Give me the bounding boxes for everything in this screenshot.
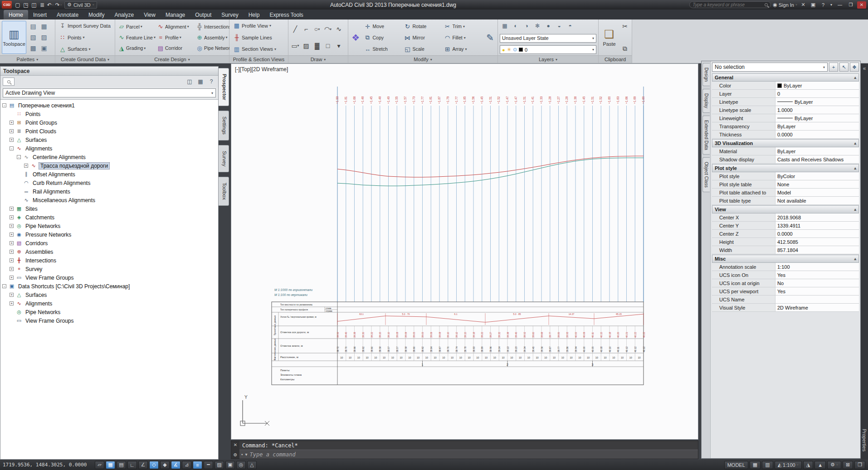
layer-isolate-button[interactable]: ◐ [511, 21, 521, 31]
property-value[interactable]: Not available [775, 197, 859, 204]
model-space-button[interactable]: MODEL [724, 461, 748, 469]
palette-edge-bar[interactable]: « Properties [861, 63, 868, 460]
clean-screen-button[interactable]: ❐ [854, 461, 865, 469]
current-layer-dropdown[interactable]: ●✳⊙0▾ [500, 45, 596, 54]
3d-osnap-toggle[interactable]: ◆ [160, 461, 170, 469]
circle-button[interactable]: ○▾ [312, 24, 322, 34]
coordinates-readout[interactable]: 1719.9536, 1484.3025, 0.0000 [3, 462, 93, 468]
assembly-button[interactable]: ⊕Assembly▾ [195, 32, 232, 43]
expand-icon[interactable]: + [10, 293, 14, 297]
undo-button[interactable]: ↶▾ [46, 1, 54, 9]
customize-icon[interactable]: ⚙ [234, 452, 238, 457]
save-button[interactable]: ◫ [30, 1, 38, 9]
annotation-scale-button[interactable]: ◭1:100▾ [775, 461, 802, 469]
tree-item-point-clouds[interactable]: +≣Point Clouds [0, 127, 218, 136]
ribbon-tab-survey[interactable]: Survey [216, 10, 243, 19]
expand-icon[interactable]: + [10, 233, 14, 237]
collapse-icon[interactable]: - [10, 146, 14, 150]
workspace-switch-button[interactable]: ⚙▾ [827, 461, 841, 469]
property-value[interactable]: 412.5085 [775, 238, 859, 246]
tree-item-pressure-networks[interactable]: +◉Pressure Networks [0, 230, 218, 239]
rectangle-button[interactable]: ▭▾ [290, 41, 300, 51]
annotation-visibility-button[interactable]: ◮ [803, 461, 813, 469]
expand-icon[interactable]: + [10, 138, 14, 142]
panel-label-modify[interactable]: Modify▾ [348, 55, 497, 63]
quick-properties-toggle[interactable]: ▣ [225, 461, 235, 469]
property-value[interactable]: 2D Wireframe [775, 304, 859, 311]
arc-button[interactable]: ◠▾ [323, 24, 333, 34]
property-value[interactable]: 2018.9068 [775, 213, 859, 221]
ribbon-tab-view[interactable]: View [139, 10, 161, 19]
expand-icon[interactable]: + [10, 301, 14, 305]
points-button[interactable]: ∷Points▾ [57, 33, 113, 43]
property-value[interactable]: Model [775, 189, 859, 196]
property-value[interactable]: None [775, 180, 859, 188]
help-icon[interactable]: ? [819, 1, 827, 9]
tree-item-pipe-networks[interactable]: +◎Pipe Networks [0, 222, 218, 230]
collapse-icon[interactable]: - [2, 103, 6, 107]
expand-icon[interactable]: + [10, 267, 14, 271]
view-mode-dropdown[interactable]: Active Drawing View ▾ [3, 88, 216, 97]
panel-label-profile-section-views[interactable]: Profile & Section Views [229, 55, 288, 63]
alignment-button[interactable]: ∿Alignment▾ [156, 21, 193, 32]
new-button[interactable]: ▢ [14, 1, 22, 9]
layer-unisolate-button[interactable]: ◑ [522, 21, 532, 31]
tree-item-points[interactable]: ∷Points [0, 110, 218, 118]
polyline-button[interactable]: ⌐ [301, 24, 311, 34]
pipe-network-button[interactable]: ◎Pipe Network▾ [195, 43, 232, 53]
ribbon-tab-analyze[interactable]: Analyze [109, 10, 139, 19]
property-value[interactable]: 1:100 [775, 263, 859, 271]
tree-item-miscellaneous-alignments[interactable]: ∿Miscellaneous Alignments [0, 196, 218, 204]
ribbon-tab-modify[interactable]: Modify [83, 10, 109, 19]
infer-constraints-toggle[interactable]: ▱ [95, 461, 104, 469]
command-input-row[interactable]: ▪ ▾ Type a command [239, 450, 698, 459]
close-icon[interactable]: ✕ [234, 442, 237, 447]
preview-toggle-icon[interactable]: ▦ [196, 77, 205, 86]
tree-item-alignments[interactable]: -∿Alignments [0, 144, 218, 153]
ortho-toggle[interactable]: ∟ [127, 461, 137, 469]
auto-hide-icon[interactable]: « [863, 65, 866, 72]
toolspace-tab-survey[interactable]: Survey [219, 145, 229, 172]
exchange-apps-icon[interactable]: ✕ [799, 1, 807, 9]
tree-item-catchments[interactable]: +◈Catchments [0, 213, 218, 222]
trim-button[interactable]: ✂Trim▾ [443, 21, 483, 32]
recent-commands-icon[interactable]: ▾ [245, 452, 248, 457]
layer-off-button[interactable]: ● [543, 21, 553, 31]
expand-icon[interactable]: + [10, 250, 14, 254]
tree-item-pipe-networks[interactable]: ◎Pipe Networks [0, 308, 218, 316]
drawing-canvas[interactable]: [-][Top][2D Wireframe] +1.93+1.81+1.68+1… [231, 63, 698, 440]
property-value[interactable]: ByLayer [775, 82, 859, 89]
property-value[interactable]: Casts and Receives Shadows [775, 155, 859, 163]
snap-toggle[interactable]: ▦ [106, 461, 115, 469]
section-header-misc[interactable]: Misc▴ [712, 255, 859, 263]
mirror-button[interactable]: ⋈Mirror [403, 32, 443, 43]
property-value[interactable]: 857.1804 [775, 246, 859, 254]
panel-label-draw[interactable]: Draw▾ [288, 55, 348, 63]
profile-button[interactable]: ≈Profile▾ [156, 32, 193, 43]
import-survey-data-button[interactable]: ↧Import Survey Data [57, 21, 113, 31]
property-value[interactable]: 1.0000 [775, 106, 859, 114]
expand-icon[interactable]: + [10, 276, 14, 280]
gradient-button[interactable]: ▓ [312, 41, 322, 51]
help-search-input[interactable] [692, 2, 762, 7]
layer-properties-button[interactable]: ▦ [500, 21, 510, 31]
maximize-button[interactable]: ❐ [846, 1, 855, 9]
tree-item-offset-alignments[interactable]: ∥Offset Alignments [0, 170, 218, 179]
close-button[interactable]: ✕ [857, 1, 866, 9]
tree-item-surfaces[interactable]: +△Surfaces [0, 291, 218, 299]
palette-button-1[interactable]: ▤ [28, 21, 38, 31]
property-value[interactable]: 0.0000 [775, 230, 859, 237]
corridor-button[interactable]: ▤Corridor [156, 43, 193, 53]
communication-center-icon[interactable]: ▣ [809, 1, 817, 9]
open-button[interactable]: ◳ [22, 1, 30, 9]
quick-view-layouts-button[interactable]: ▦ [750, 461, 761, 469]
property-value[interactable]: No [775, 279, 859, 287]
selection-dropdown[interactable]: No selection ▾ [712, 63, 828, 72]
ribbon-tab-express-tools[interactable]: Express Tools [264, 10, 308, 19]
scale-button[interactable]: ◱Scale [403, 44, 443, 54]
lock-ui-button[interactable]: ⊠ [843, 461, 853, 469]
section-header-general[interactable]: General▴ [712, 73, 859, 82]
tree-item-rail-alignments[interactable]: ═Rail Alignments [0, 187, 218, 196]
ribbon-tab-manage[interactable]: Manage [161, 10, 190, 19]
panel-label-clipboard[interactable]: Clipboard [599, 55, 632, 63]
